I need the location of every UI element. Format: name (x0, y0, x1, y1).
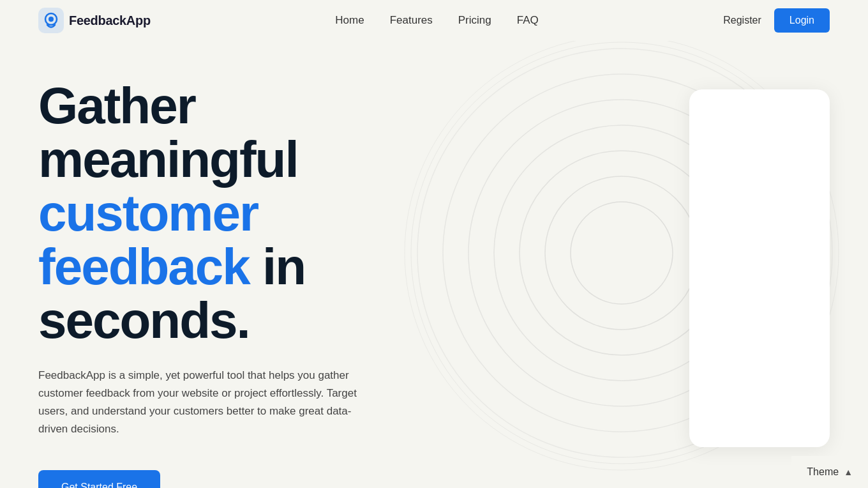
register-button[interactable]: Register (723, 15, 761, 26)
nav-link-home[interactable]: Home (335, 14, 364, 27)
hero-heading-line1: Gather (38, 77, 195, 134)
hero-section: Gather meaningful customer feedback in s… (0, 41, 447, 488)
hero-card (689, 89, 830, 447)
nav-link-pricing[interactable]: Pricing (458, 14, 491, 27)
get-started-button[interactable]: Get Started Free (38, 470, 160, 488)
hero-heading-blue2: feedback (38, 238, 250, 295)
chevron-up-icon: ▲ (844, 467, 853, 477)
login-button[interactable]: Login (774, 8, 830, 33)
hero-heading-seconds: seconds. (38, 292, 250, 349)
svg-point-11 (49, 17, 54, 22)
nav-link-faq[interactable]: FAQ (517, 14, 539, 27)
svg-point-0 (571, 202, 673, 304)
hero-heading: Gather meaningful customer feedback in s… (38, 79, 408, 347)
logo-text: FeedbackApp (69, 13, 151, 28)
hero-heading-blue1: customer (38, 185, 258, 241)
logo[interactable]: FeedbackApp (38, 8, 151, 33)
navbar: FeedbackApp Home Features Pricing FAQ Re… (0, 0, 868, 41)
theme-bar[interactable]: Theme ▲ (791, 456, 868, 488)
nav-links: Home Features Pricing FAQ (335, 14, 538, 27)
logo-icon (38, 8, 64, 33)
hero-heading-line2: meaningful (38, 131, 298, 188)
nav-link-features[interactable]: Features (390, 14, 433, 27)
navbar-actions: Register Login (723, 8, 830, 33)
theme-label: Theme (807, 466, 839, 478)
hero-heading-in: in (250, 238, 305, 295)
hero-description: FeedbackApp is a simple, yet powerful to… (38, 367, 370, 438)
svg-point-1 (545, 176, 698, 330)
